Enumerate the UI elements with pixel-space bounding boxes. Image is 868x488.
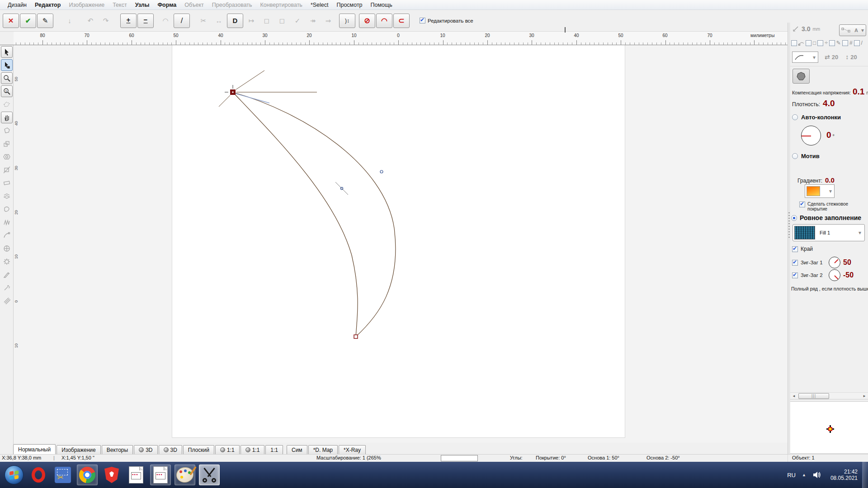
taskbar-snipping-tool[interactable]: ✂ <box>52 465 73 485</box>
auto-columns-radio[interactable] <box>792 114 798 120</box>
tab-1to1-c[interactable]: 1:1 <box>265 445 283 454</box>
gradient-swatch-dropdown[interactable]: ▾ <box>805 184 835 198</box>
shape-type-button[interactable] <box>793 69 810 84</box>
start-button[interactable] <box>4 465 24 485</box>
taskbar-document-a[interactable]: ●●● <box>126 465 146 485</box>
tab-3d-a[interactable]: 3D <box>134 445 157 454</box>
tab-d-map[interactable]: *D. Map <box>308 445 338 454</box>
scroll-thumb[interactable]: ||| <box>798 393 829 399</box>
language-indicator[interactable]: RU <box>787 472 796 479</box>
angle-dial[interactable] <box>801 126 821 145</box>
design-canvas[interactable]: 50 40 30 20 10 0 10 <box>14 45 788 443</box>
zigzag1-dial[interactable] <box>829 257 840 268</box>
square-option-checkbox[interactable] <box>806 40 811 46</box>
density-value[interactable]: 4.0 <box>823 99 835 108</box>
tray-expand-icon[interactable]: ▲ <box>802 473 806 477</box>
slash-option-checkbox[interactable] <box>854 40 860 46</box>
crescent-outer-curve[interactable] <box>233 92 396 337</box>
splitter-grip <box>788 212 790 239</box>
angle-value[interactable]: 0 <box>826 130 831 140</box>
design-object-crescent[interactable] <box>14 45 788 443</box>
edit-all-control[interactable]: Редактировать все <box>420 18 473 23</box>
taskbar-chrome[interactable] <box>77 465 98 485</box>
gradient-value[interactable]: 0.0 <box>825 176 835 184</box>
tab-x-ray[interactable]: *X-Ray <box>339 445 366 454</box>
node-mode-dropdown[interactable]: A ▾ <box>839 24 866 36</box>
snap-arc-checkbox[interactable] <box>791 40 797 46</box>
table-document-icon: ●●● <box>129 466 143 483</box>
crescent-inner-curve[interactable] <box>233 92 358 337</box>
apply-button[interactable]: ✔ <box>20 14 36 28</box>
tab-normal[interactable]: Нормальный <box>13 444 56 454</box>
tab-1to1-b[interactable]: 1:1 <box>241 445 265 454</box>
menu-editor[interactable]: Редактор <box>31 1 65 9</box>
lasso-icon <box>3 101 10 108</box>
d-curve-button[interactable]: D <box>227 14 243 28</box>
tab-1to1-a[interactable]: 1:1 <box>215 445 240 454</box>
tab-flat[interactable]: Плоский <box>183 445 214 454</box>
fill-pattern-dropdown[interactable]: Fill 1 ▾ <box>793 224 865 241</box>
select-tool[interactable] <box>1 46 13 58</box>
menu-select[interactable]: *Select <box>307 1 333 9</box>
curve-style-dropdown[interactable]: ▾ <box>792 52 818 63</box>
zigzag1-checkbox[interactable] <box>792 260 798 266</box>
menu-help[interactable]: Помощь <box>367 1 396 9</box>
ruler-number: 10 <box>440 33 445 38</box>
pen-option-checkbox[interactable] <box>829 40 835 46</box>
clock[interactable]: 21:42 08.05.2021 <box>830 469 858 481</box>
zigzag2-value[interactable]: -50 <box>843 271 854 279</box>
zigzag2-checkbox[interactable] <box>792 272 798 278</box>
zigzag1-value[interactable]: 50 <box>843 258 851 267</box>
scroll-right-arrow[interactable]: ▸ <box>861 393 868 399</box>
cancel-button[interactable]: ✕ <box>3 14 19 28</box>
tab-image[interactable]: Изображение <box>57 445 101 454</box>
layer-tool <box>1 190 13 202</box>
taskbar-brave[interactable] <box>101 465 122 485</box>
menu-nodes[interactable]: Узлы <box>131 1 154 9</box>
curve-node-marker[interactable] <box>380 170 383 173</box>
direction-handle[interactable] <box>234 93 269 103</box>
sew-simulator-button[interactable]: ✎ <box>37 14 53 28</box>
shape-arch-button[interactable]: ◠ <box>376 14 392 28</box>
delete-node-button[interactable]: − <box>137 14 154 28</box>
menu-shape[interactable]: Форма <box>153 1 180 9</box>
node-edit-tool[interactable] <box>1 59 13 71</box>
divide-option-checkbox[interactable] <box>817 40 823 46</box>
tab-sim[interactable]: Сим <box>287 445 307 454</box>
menu-design[interactable]: Дизайн <box>4 1 31 9</box>
motif-radio[interactable] <box>792 153 798 159</box>
grid-option-checkbox[interactable] <box>842 40 848 46</box>
panel-scrollbar[interactable]: ◂ ||| ▸ <box>790 392 868 399</box>
show-desktop-button[interactable] <box>862 462 868 488</box>
tab-3d-b[interactable]: 3D <box>159 445 182 454</box>
taskbar-document-b[interactable]: ●●● <box>150 465 171 485</box>
tab-vectors[interactable]: Векторы <box>102 445 133 454</box>
zoom-input[interactable] <box>441 455 478 461</box>
zigzag2-dial[interactable] <box>829 269 840 281</box>
zoom-1to1-tool[interactable]: 1 <box>1 85 13 97</box>
taskbar-paint[interactable] <box>175 465 195 485</box>
speaker-icon[interactable] <box>812 471 821 479</box>
redo-button: ↷ <box>99 14 113 28</box>
add-node-button[interactable]: + <box>120 14 137 28</box>
span-b-icon: ⇒ <box>326 17 331 25</box>
zoom-tool[interactable] <box>1 72 13 84</box>
angle-needle <box>802 136 811 136</box>
flat-fill-radio[interactable] <box>791 215 797 221</box>
taskbar-embird-active[interactable] <box>199 465 220 485</box>
pan-tool[interactable] <box>1 112 13 123</box>
compensation-value[interactable]: 0.1 <box>853 87 864 97</box>
shape-open-button[interactable]: ⊂ <box>393 14 410 28</box>
taskbar-opera[interactable] <box>28 465 49 485</box>
end-node-marker[interactable] <box>354 335 358 338</box>
tab-label: 1:1 <box>252 447 260 453</box>
stitch-cover-checkbox[interactable] <box>799 202 805 207</box>
edit-all-checkbox[interactable] <box>420 18 425 23</box>
magic-wand-tool <box>1 282 13 294</box>
menu-view[interactable]: Просмотр <box>332 1 366 9</box>
scroll-left-arrow[interactable]: ◂ <box>791 393 797 399</box>
line-segment-button[interactable]: / <box>174 14 190 28</box>
edge-checkbox[interactable] <box>792 246 798 252</box>
vertical-fit-button[interactable]: )↕ <box>339 14 355 28</box>
shape-oval-button[interactable]: ⊘ <box>359 14 375 28</box>
